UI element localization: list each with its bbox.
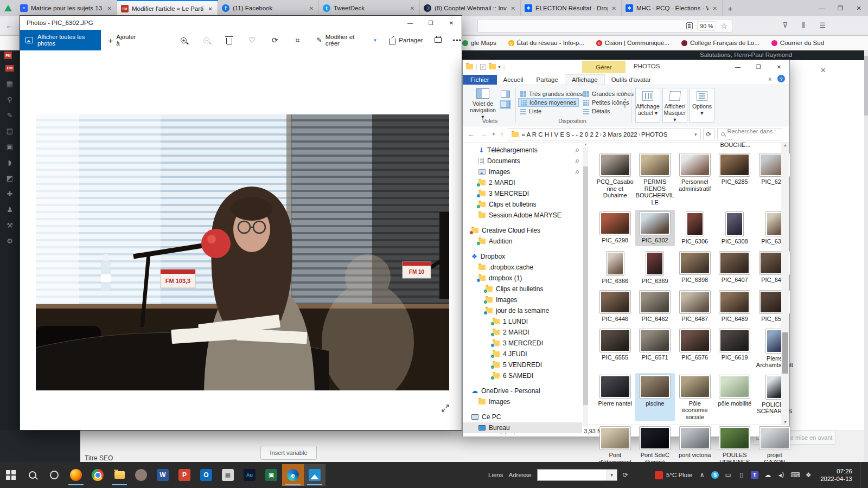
- tree-item-images[interactable]: ✓Images: [463, 294, 582, 305]
- tree-item-bureau[interactable]: Bureau: [463, 422, 582, 433]
- explorer-close-button[interactable]: ✕: [769, 60, 789, 73]
- ribbon-tab-partage[interactable]: Partage: [530, 75, 565, 85]
- tree-scrollbar[interactable]: [583, 147, 588, 427]
- photos-maximize-button[interactable]: ❐: [420, 16, 441, 30]
- file-item[interactable]: PIC_6366: [595, 249, 635, 286]
- more-options-button[interactable]: •••: [452, 36, 462, 44]
- browser-tab[interactable]: MHC - PCQ - Élections - Word✕: [622, 0, 723, 16]
- wp-greeting[interactable]: Salutations, Henri-Paul Raymond: [700, 52, 792, 58]
- taskbar-audition-button[interactable]: [239, 464, 260, 486]
- file-item[interactable]: PERMIS RENOS BOUCHERVILLE: [635, 151, 675, 207]
- delete-button[interactable]: [225, 35, 234, 45]
- taskbar-chrome-button[interactable]: [87, 464, 108, 486]
- layout-more-icon[interactable]: ⊼: [623, 105, 627, 109]
- comments-icon[interactable]: ◗: [0, 155, 20, 170]
- file-item[interactable]: piscine: [635, 373, 675, 422]
- layout-option[interactable]: Grandes icônes: [581, 89, 642, 98]
- file-item[interactable]: PIC_6576: [675, 327, 715, 370]
- tree-item-jour-de-la-semaine[interactable]: jour de la semaine: [463, 305, 582, 316]
- layout-option[interactable]: Très grandes icônes: [518, 89, 579, 98]
- ribbon-tab-accueil[interactable]: Accueil: [497, 75, 530, 85]
- file-item[interactable]: PIC_6462: [635, 288, 675, 324]
- file-item[interactable]: PIC_6446: [595, 288, 635, 324]
- tab-close-icon[interactable]: ✕: [712, 4, 718, 12]
- media-icon[interactable]: ▤: [0, 123, 20, 139]
- tree-item--dropbox-cache[interactable]: .dropbox.cache: [463, 262, 582, 273]
- tab-close-icon[interactable]: ✕: [611, 4, 617, 12]
- breadcrumb-segment[interactable]: 3 Mars 2022: [603, 131, 637, 138]
- tree-item-creative-cloud-files[interactable]: Creative Cloud Files: [463, 225, 582, 236]
- tree-item-documents[interactable]: Documents⚲: [463, 156, 582, 166]
- tree-item-4-jeudi[interactable]: ✓4 JEUDI: [463, 349, 582, 359]
- taskbar-address-input[interactable]: ▼: [537, 469, 617, 481]
- browser-minimize-button[interactable]: —: [813, 0, 831, 16]
- ribbon-tab-affichage[interactable]: Affichage: [565, 74, 605, 85]
- file-item[interactable]: Pierre nantel: [595, 373, 635, 422]
- dropbox-icon[interactable]: ❖: [804, 471, 813, 479]
- photos-close-button[interactable]: ✕: [441, 16, 462, 30]
- file-item[interactable]: PIC_6306: [675, 210, 715, 246]
- breadcrumb-segment[interactable]: « A R C H I V E S - - 2 0 2 2: [522, 131, 599, 138]
- skype-icon[interactable]: S: [711, 471, 719, 479]
- file-item[interactable]: PIC_6489: [715, 288, 755, 324]
- browser-tab[interactable]: Matrice pour les sujets 13.docx✕: [16, 0, 117, 16]
- file-item[interactable]: PIC_6398: [675, 249, 715, 286]
- address-dropdown-icon[interactable]: ▾: [694, 132, 697, 137]
- files-scroll-down-icon[interactable]: ▼: [781, 420, 789, 424]
- photos-minimize-button[interactable]: —: [400, 16, 420, 30]
- plugins-icon[interactable]: ✚: [0, 186, 20, 202]
- tools-icon[interactable]: ⚒: [0, 217, 20, 233]
- settings-icon[interactable]: ⚙: [0, 233, 20, 249]
- touch-keyboard-icon[interactable]: ⌨: [790, 471, 799, 479]
- explorer-minimize-button[interactable]: —: [727, 60, 748, 73]
- taskbar-file-explorer-button[interactable]: [108, 464, 130, 486]
- phone-icon[interactable]: ▯: [737, 471, 746, 479]
- bookmark-star-icon[interactable]: ☆: [720, 22, 727, 30]
- layout-option[interactable]: Liste: [518, 107, 579, 115]
- file-item[interactable]: PIC_6571: [635, 327, 675, 370]
- crop-button[interactable]: ⌗: [293, 35, 303, 45]
- zoom-in-button[interactable]: +: [179, 35, 189, 45]
- posts-icon[interactable]: ✎: [0, 107, 20, 123]
- library-icon[interactable]: ⫼: [802, 21, 805, 30]
- menu-icon[interactable]: ☰: [819, 21, 826, 30]
- bookmark-item[interactable]: CCision | Communiqué...: [596, 40, 669, 46]
- files-scrollbar[interactable]: ▲ ▼: [781, 143, 789, 425]
- address-go-icon[interactable]: ⟳: [623, 471, 628, 479]
- details-pane-button[interactable]: [501, 101, 510, 108]
- tab-close-icon[interactable]: ✕: [308, 4, 315, 12]
- taskbar-green-app-button[interactable]: [260, 464, 282, 486]
- file-item[interactable]: Pôle économie sociale: [675, 373, 715, 422]
- help-icon[interactable]: ?: [777, 75, 785, 82]
- tree-item-3-mercredi[interactable]: 3 MERCREDI: [463, 188, 582, 199]
- bookmark-item[interactable]: Courrier du Sud: [771, 40, 824, 46]
- files-scrollbar-thumb[interactable]: [782, 332, 788, 374]
- new-folder-icon[interactable]: [489, 64, 496, 69]
- users-icon[interactable]: ♟: [0, 202, 20, 217]
- browser-tab[interactable]: (8) Cooptel Webmail :: Invitatio…✕: [420, 0, 521, 16]
- site-logo[interactable]: FM: [0, 60, 20, 76]
- pages-icon[interactable]: ▣: [0, 139, 20, 155]
- pin-icon[interactable]: ⚲: [0, 92, 20, 107]
- files-scroll-up-icon[interactable]: ▲: [781, 143, 789, 147]
- layout-option[interactable]: Détails: [581, 107, 642, 115]
- tab-close-icon[interactable]: ✕: [106, 4, 113, 12]
- tab-close-icon[interactable]: ✕: [510, 4, 516, 12]
- tree-item-audition[interactable]: ✓Audition: [463, 236, 582, 247]
- ribbon-tab-outils-d-avatar[interactable]: Outils d'avatar: [605, 75, 658, 85]
- taskbar-search-button[interactable]: [22, 464, 43, 486]
- explorer-title-bar[interactable]: | ✓ ▾ | Gérer PHOTOS — ❐ ✕: [463, 60, 789, 73]
- layout-scroll-up-icon[interactable]: ▲: [623, 91, 627, 94]
- wp-site-logo[interactable]: FM: [4, 52, 12, 59]
- tab-close-icon[interactable]: ✕: [207, 5, 214, 13]
- tree-item-clips-et-bulletins[interactable]: ✓Clips et bulletins: [463, 284, 582, 294]
- taskbar-edge-button[interactable]: [282, 464, 304, 486]
- page-scrollbar-thumb[interactable]: [864, 56, 868, 115]
- print-button[interactable]: [435, 37, 442, 43]
- browser-tab[interactable]: (11) Facebook✕: [218, 0, 319, 16]
- insert-variable-button[interactable]: Insert variable: [260, 446, 317, 460]
- tree-item-ce-pc[interactable]: Ce PC: [463, 412, 582, 422]
- taskbar-cortana-button[interactable]: [43, 464, 65, 486]
- page-scrollbar[interactable]: [864, 50, 868, 462]
- links-toolbar-label[interactable]: Liens: [488, 472, 503, 478]
